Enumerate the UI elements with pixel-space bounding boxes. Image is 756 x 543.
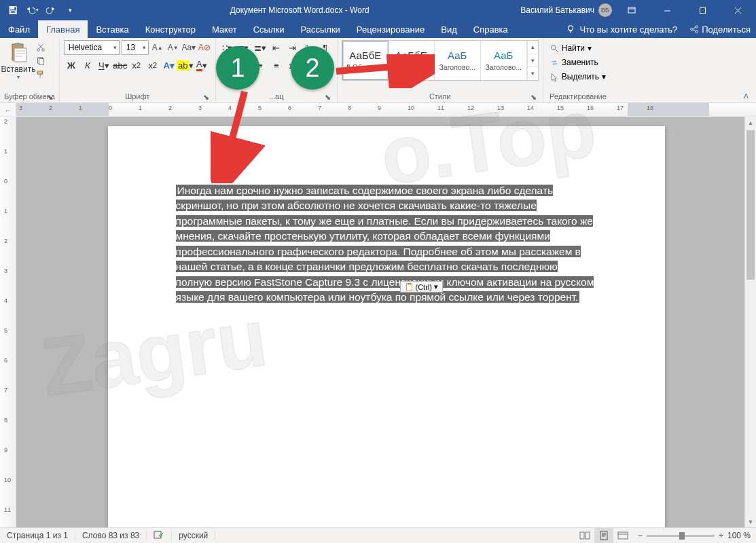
svg-rect-3 bbox=[628, 7, 635, 13]
tab-home[interactable]: Главная bbox=[38, 20, 88, 38]
ruler-corner[interactable]: ⌐ bbox=[0, 103, 16, 116]
svg-point-20 bbox=[551, 45, 556, 50]
replace-button[interactable]: Заменить bbox=[547, 56, 609, 69]
undo-icon[interactable]: ▾ bbox=[23, 1, 41, 19]
view-web-icon[interactable] bbox=[613, 528, 632, 544]
tell-me-search[interactable]: Что вы хотите сделать? bbox=[559, 20, 684, 38]
highlight-color-icon[interactable]: ab▾ bbox=[178, 58, 193, 73]
zoom-value[interactable]: 100 % bbox=[727, 531, 751, 540]
font-launcher-icon[interactable]: ⬊ bbox=[202, 92, 211, 102]
style-heading1[interactable]: АаБ Заголово... bbox=[435, 41, 481, 80]
bold-button[interactable]: Ж bbox=[64, 58, 79, 73]
tab-help[interactable]: Справка bbox=[465, 20, 516, 38]
tab-review[interactable]: Рецензирование bbox=[348, 20, 433, 38]
view-print-icon[interactable] bbox=[594, 528, 613, 544]
find-button[interactable]: Найти▾ bbox=[547, 41, 609, 55]
page[interactable]: Иногда нам срочно нужно записать содержи… bbox=[108, 126, 665, 527]
select-button[interactable]: Выделить▾ bbox=[547, 70, 609, 83]
tab-file[interactable]: Файл bbox=[0, 20, 38, 38]
grow-font-icon[interactable]: A▲ bbox=[151, 40, 164, 55]
user-avatar[interactable]: ВБ bbox=[598, 3, 612, 17]
strikethrough-button[interactable]: abc bbox=[113, 58, 128, 73]
clipboard-launcher-icon[interactable]: ⬊ bbox=[46, 92, 55, 102]
window-title: Документ Microsoft Word.docx - Word bbox=[79, 5, 520, 15]
user-name[interactable]: Василий Батькавич bbox=[520, 5, 594, 15]
superscript-button[interactable]: x2 bbox=[145, 58, 160, 73]
status-spellcheck-icon[interactable] bbox=[147, 530, 172, 542]
arrow-2 bbox=[333, 54, 435, 88]
redo-icon[interactable] bbox=[42, 1, 60, 19]
scroll-down-icon[interactable]: ▼ bbox=[745, 516, 756, 527]
paste-options-badge[interactable]: (Ctrl)▾ bbox=[400, 281, 443, 293]
minimize-button[interactable] bbox=[651, 0, 683, 20]
tab-design[interactable]: Конструктор bbox=[137, 20, 204, 38]
share-button[interactable]: Поделиться bbox=[684, 20, 756, 38]
tab-insert[interactable]: Вставка bbox=[88, 20, 137, 38]
share-icon bbox=[689, 24, 699, 34]
svg-rect-2 bbox=[11, 11, 16, 14]
change-case-icon[interactable]: Aa▾ bbox=[182, 40, 196, 55]
gallery-more-icon[interactable]: ▼ bbox=[528, 67, 538, 80]
multilevel-list-icon[interactable]: ≣▾ bbox=[253, 40, 268, 55]
scroll-up-icon[interactable]: ▲ bbox=[745, 117, 756, 128]
save-icon[interactable] bbox=[4, 1, 22, 19]
cut-icon[interactable] bbox=[34, 41, 48, 54]
vertical-scrollbar[interactable]: ▲ ▼ bbox=[744, 117, 756, 527]
para-launcher-icon[interactable]: ⬊ bbox=[323, 92, 333, 102]
underline-button[interactable]: Ч▾ bbox=[96, 58, 111, 73]
callout-1: 1 bbox=[216, 46, 259, 90]
zoom-slider[interactable] bbox=[647, 535, 715, 537]
qat-customize-icon[interactable]: ▾ bbox=[61, 1, 79, 19]
maximize-button[interactable] bbox=[687, 0, 718, 20]
svg-rect-26 bbox=[600, 531, 607, 540]
svg-point-16 bbox=[42, 49, 45, 52]
horizontal-ruler[interactable]: 3210123456789101112131415161718 bbox=[16, 103, 756, 116]
copy-icon[interactable] bbox=[34, 55, 48, 67]
zoom-out-icon[interactable]: − bbox=[638, 531, 643, 540]
style-heading2[interactable]: АаБ Заголово... bbox=[481, 41, 527, 80]
paste-options-icon bbox=[405, 282, 414, 291]
vertical-ruler[interactable]: 2101234567891011121314 bbox=[0, 117, 16, 527]
decrease-indent-icon[interactable]: ⇤ bbox=[269, 40, 284, 55]
font-name-combo[interactable]: Helvetica bbox=[64, 40, 120, 55]
paste-label: Вставить bbox=[1, 64, 36, 74]
shrink-font-icon[interactable]: A▼ bbox=[166, 40, 180, 55]
status-word-count[interactable]: Слово 83 из 83 bbox=[75, 531, 147, 540]
quick-access-toolbar: ▾ ▾ bbox=[0, 1, 79, 19]
tab-view[interactable]: Вид bbox=[433, 20, 465, 38]
font-color-icon[interactable]: A▾ bbox=[194, 58, 209, 73]
status-language[interactable]: русский bbox=[172, 531, 215, 540]
svg-rect-19 bbox=[38, 71, 43, 74]
document-area[interactable]: Иногда нам срочно нужно записать содержи… bbox=[16, 117, 756, 527]
clear-formatting-icon[interactable]: A⊘ bbox=[198, 40, 211, 55]
italic-button[interactable]: К bbox=[80, 58, 95, 73]
collapse-ribbon-icon[interactable]: ᐱ bbox=[740, 90, 752, 101]
tab-layout[interactable]: Макет bbox=[204, 20, 245, 38]
zoom-thumb[interactable] bbox=[679, 532, 685, 540]
scroll-thumb[interactable] bbox=[746, 130, 755, 280]
ribbon-display-icon[interactable] bbox=[616, 0, 647, 20]
svg-point-9 bbox=[691, 28, 694, 31]
status-page[interactable]: Страница 1 из 1 bbox=[0, 531, 75, 540]
text-effects-icon[interactable]: A▾ bbox=[162, 58, 177, 73]
justify-icon[interactable]: ≡ bbox=[269, 58, 284, 73]
font-size-combo[interactable]: 13 bbox=[122, 40, 149, 55]
group-editing: Найти▾ Заменить Выделить▾ Редактирование bbox=[543, 38, 613, 102]
share-label: Поделиться bbox=[702, 24, 751, 35]
styles-launcher-icon[interactable]: ⬊ bbox=[529, 92, 539, 102]
tab-references[interactable]: Ссылки bbox=[245, 20, 293, 38]
format-painter-icon[interactable] bbox=[34, 69, 48, 81]
subscript-button[interactable]: x2 bbox=[129, 58, 144, 73]
zoom-in-icon[interactable]: + bbox=[719, 531, 723, 540]
gallery-up-icon[interactable]: ▲ bbox=[528, 41, 538, 54]
view-read-icon[interactable] bbox=[575, 528, 594, 544]
find-icon bbox=[550, 44, 559, 53]
paste-button[interactable]: Вставить ▾ bbox=[4, 40, 33, 80]
svg-rect-14 bbox=[14, 48, 26, 62]
selected-text[interactable]: Иногда нам срочно нужно записать содержи… bbox=[176, 185, 594, 303]
lightbulb-icon bbox=[566, 24, 575, 34]
close-button[interactable] bbox=[722, 0, 753, 20]
tab-mailings[interactable]: Рассылки bbox=[292, 20, 348, 38]
gallery-down-icon[interactable]: ▼ bbox=[528, 54, 538, 68]
svg-point-11 bbox=[696, 31, 698, 33]
